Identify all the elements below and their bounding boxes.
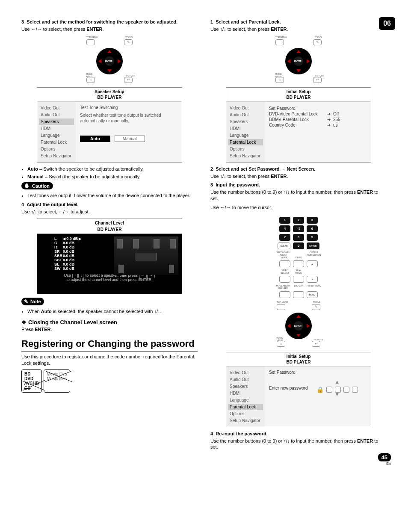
r-step-3-body: Use the number buttons (0 to 9) or ↑/↓ t… <box>210 189 387 202</box>
remote-dpad-illustration: TOP MENU TOOLS ✎ ENTER HOME MENU RETURN … <box>84 36 135 83</box>
page-footer: 45 En <box>378 454 391 466</box>
manual-button[interactable]: Manual <box>115 136 145 142</box>
cross-out-icon <box>44 370 74 384</box>
set-password-heading: Set Password <box>269 370 367 375</box>
caution-badge: Caution <box>21 182 53 189</box>
step-3-instruction: Use ←/→ to select, then press ENTER. <box>21 26 198 33</box>
speaker-setup-panel: Speaker Setup BD PLAYER Video Out Audio … <box>37 87 182 163</box>
note-badge: Note <box>21 298 44 305</box>
test-tone-desc: Select whether test tone output is switc… <box>80 112 177 124</box>
step-3-heading: 3 Select and set the method for switchin… <box>21 19 198 25</box>
channel-level-panel: Channel Level BD PLAYER L◀ 0.0 dB ▶ C0.0… <box>37 219 182 294</box>
r-step-4-heading: 4 Re-input the password. <box>210 431 387 437</box>
media-badges: BD DVD AVCHD CD Movie files Music files <box>21 369 198 393</box>
note-text: When Auto is selected, the speaker canno… <box>27 308 198 315</box>
remote-dpad-illustration: TOP MENU TOOLS ✎ ENTER HOME MENU RETURN … <box>273 36 324 83</box>
r-step-2-instruction: Use ↑/↓ to select, then press ENTER. <box>210 173 387 180</box>
closing-heading: Closing the Channel Level screen <box>21 319 198 325</box>
auto-button[interactable]: Auto <box>80 136 110 142</box>
r-step-1-heading: 1 Select and set Parental Lock. <box>210 19 387 25</box>
remote-keypad-illustration: 1 2 3 4 •5 6 7 8 9 CLEAR <box>274 214 323 349</box>
password-prompt: Enter new password <box>269 386 308 390</box>
r-step-4-body: Use the number buttons (0 to 9) or ↑/↓ t… <box>210 438 387 451</box>
r-step-2-heading: 2 Select and set Set Password → Next Scr… <box>210 166 387 172</box>
chapter-tab: 06 <box>379 17 395 30</box>
r-step-1-instruction: Use ↑/↓ to select, then press ENTER. <box>210 26 387 33</box>
setup-sidebar: Video Out Audio Out Speakers HDMI Langua… <box>37 102 76 162</box>
test-tone-heading: Test Tone Switching <box>80 105 177 110</box>
section-body: Use this procedure to register or change… <box>21 354 198 366</box>
r-step-3-heading: 3 Input the password. <box>210 182 387 188</box>
pen-icon <box>24 299 28 304</box>
closing-text: Press ENTER. <box>21 326 198 333</box>
r-step-3-move: Use ←/→ to move the cursor. <box>210 204 387 211</box>
caution-text: Test tones are output. Lower the volume … <box>27 192 198 199</box>
step-4-instruction: Use ↑/↓ to select, ←/→ to adjust. <box>21 209 198 215</box>
step-4-heading: 4 Adjust the output level. <box>21 201 198 208</box>
initial-setup-panel-1: Initial Setup BD PLAYER Video Out Audio … <box>226 87 371 163</box>
initial-setup-panel-2: Initial Setup BD PLAYER Video Out Audio … <box>226 352 371 427</box>
cross-out-icon <box>22 370 47 391</box>
hand-icon <box>24 183 30 189</box>
tone-mode-list: Auto – Switch the speaker to be adjusted… <box>21 166 198 180</box>
lock-icon: 🔒 <box>316 386 324 393</box>
section-title: Registering or Changing the password <box>21 339 198 352</box>
room-illustration <box>114 236 178 275</box>
